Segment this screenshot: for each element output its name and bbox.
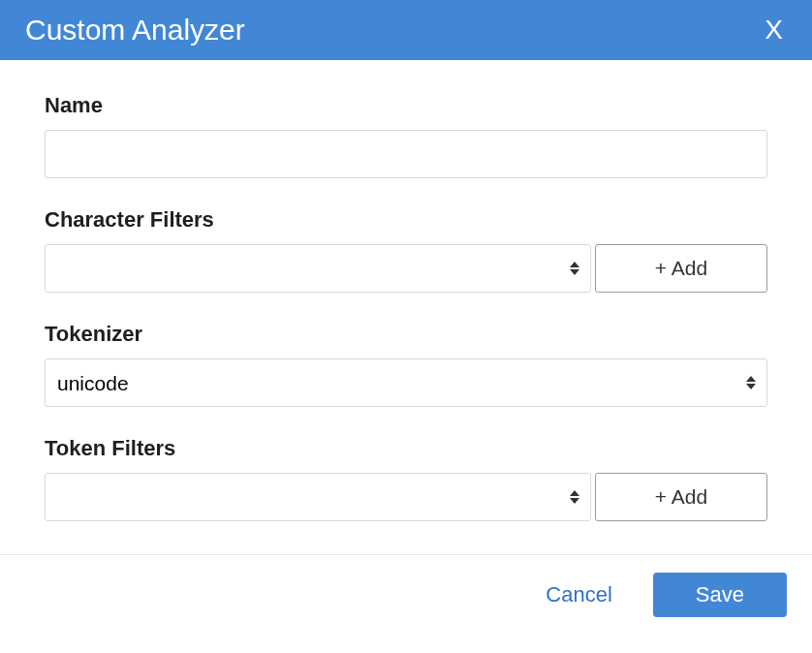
character-filters-add-button[interactable]: + Add <box>595 244 767 293</box>
name-input[interactable] <box>45 130 767 178</box>
custom-analyzer-modal: Custom Analyzer X Name Character Filters… <box>0 0 812 635</box>
tokenizer-label: Tokenizer <box>45 322 767 347</box>
tokenizer-select[interactable]: unicode <box>45 358 767 407</box>
character-filters-select[interactable] <box>45 244 591 293</box>
character-filters-field-group: Character Filters + Add <box>45 207 767 293</box>
character-filters-row: + Add <box>45 244 767 293</box>
token-filters-label: Token Filters <box>45 436 767 461</box>
tokenizer-field-group: Tokenizer unicode <box>45 322 767 407</box>
character-filters-select-wrap <box>45 244 591 293</box>
modal-body: Name Character Filters + Add Tokenizer u… <box>0 60 812 554</box>
token-filters-row: + Add <box>45 473 767 521</box>
token-filters-add-button[interactable]: + Add <box>595 473 767 521</box>
tokenizer-select-wrap: unicode <box>45 358 767 407</box>
name-field-group: Name <box>45 93 767 178</box>
modal-title: Custom Analyzer <box>25 14 245 47</box>
modal-footer: Cancel Save <box>0 554 812 635</box>
character-filters-label: Character Filters <box>45 207 767 233</box>
modal-header: Custom Analyzer X <box>0 0 812 60</box>
token-filters-field-group: Token Filters + Add <box>45 436 767 521</box>
name-label: Name <box>45 93 767 118</box>
save-button[interactable]: Save <box>653 573 787 617</box>
cancel-button[interactable]: Cancel <box>538 578 619 611</box>
token-filters-select[interactable] <box>45 473 591 521</box>
close-button[interactable]: X <box>761 16 787 44</box>
token-filters-select-wrap <box>45 473 591 521</box>
